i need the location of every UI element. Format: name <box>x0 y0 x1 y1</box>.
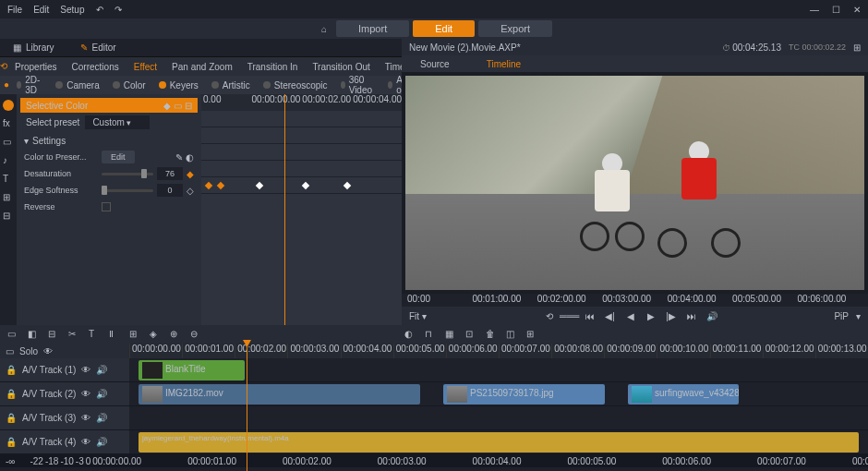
keyframe[interactable] <box>344 182 351 189</box>
speaker-icon[interactable]: 🔊 <box>96 365 107 375</box>
import-button[interactable]: Import <box>336 20 409 37</box>
timeline-playhead[interactable] <box>247 344 247 471</box>
trash-icon[interactable]: 🗑 <box>486 329 497 340</box>
fx-tool-3[interactable]: ▭ <box>3 137 14 148</box>
track-4[interactable]: 🔒A/V Track (4)👁🔊 jaymiegerard_thehardway… <box>0 430 868 454</box>
track-add-icon[interactable]: ▭ <box>6 346 14 356</box>
desat-value[interactable]: 76 <box>157 167 183 180</box>
desat-slider[interactable] <box>102 173 153 175</box>
tool-14[interactable]: ⊡ <box>465 329 476 340</box>
edge-slider[interactable] <box>102 189 153 192</box>
tab-transin[interactable]: Transition In <box>240 57 306 76</box>
lock-icon[interactable]: 🔒 <box>6 437 17 447</box>
speaker-icon[interactable]: 🔊 <box>96 389 107 399</box>
fx-tool-6[interactable]: ⊞ <box>3 192 14 203</box>
pip-button[interactable]: PiP <box>834 311 849 321</box>
step-fwd-icon[interactable]: |▶ <box>665 309 678 322</box>
razor-icon[interactable]: ✂ <box>68 329 79 340</box>
marker-icon[interactable]: ◈ <box>150 329 161 340</box>
clip-title[interactable]: BlankTitle <box>139 360 245 380</box>
keyframe[interactable] <box>256 182 263 189</box>
maximize-icon[interactable]: ☐ <box>832 5 840 15</box>
tool-16[interactable]: ◫ <box>506 329 517 340</box>
lock-icon[interactable]: 🔒 <box>6 389 17 399</box>
tab-panzoom[interactable]: Pan and Zoom <box>164 57 240 76</box>
tool-17[interactable]: ⊞ <box>526 329 537 340</box>
edge-value[interactable]: 0 <box>157 184 183 197</box>
back-icon[interactable]: ⟲ <box>0 57 7 74</box>
menu-file[interactable]: File <box>7 5 22 15</box>
tool-1[interactable]: ▭ <box>7 329 18 340</box>
subtab-color[interactable]: Color <box>107 76 151 94</box>
keyframe-playhead[interactable] <box>284 94 285 325</box>
undo-icon[interactable]: ↶ <box>96 5 103 15</box>
clip-video-1[interactable]: IMG2182.mov <box>139 384 420 405</box>
tab-timeline[interactable]: Timeline <box>468 55 539 72</box>
redo-icon[interactable]: ↷ <box>115 5 122 15</box>
color-edit-button[interactable]: Edit <box>102 151 135 163</box>
mute-all-icon[interactable]: 👁 <box>43 346 53 356</box>
tool-6[interactable]: Ⅱ <box>109 329 120 340</box>
track-2[interactable]: 🔒A/V Track (2)👁🔊 IMG2182.mov PS215097391… <box>0 382 868 406</box>
scrub-bar[interactable]: ═══ <box>563 309 576 322</box>
add-effect-icon[interactable]: ● <box>4 76 9 92</box>
tab-transout[interactable]: Transition Out <box>305 57 377 76</box>
subtab-artistic[interactable]: Artistic <box>206 76 256 94</box>
preview-ruler[interactable]: 00:0000:01:00.0000:02:00.0000:03:00.0000… <box>402 294 868 307</box>
speaker-icon[interactable]: 🔊 <box>96 437 107 447</box>
tool-10[interactable]: ⊖ <box>190 329 201 340</box>
text-tool-icon[interactable]: T <box>89 329 100 340</box>
settings-toggle[interactable]: ▾ Settings <box>20 132 198 149</box>
volume-icon[interactable]: 🔊 <box>705 309 718 322</box>
lock-icon[interactable]: 🔒 <box>6 413 17 423</box>
subtab-2d3d[interactable]: 2D-3D <box>11 76 48 94</box>
tab-library[interactable]: ▦ Library <box>0 39 67 56</box>
home-icon[interactable]: ⌂ <box>316 20 332 37</box>
keyframe[interactable] <box>205 182 212 189</box>
menu-edit[interactable]: Edit <box>33 5 49 15</box>
track-3[interactable]: 🔒A/V Track (3)👁🔊 <box>0 406 868 430</box>
keyframe[interactable] <box>217 182 224 189</box>
step-back-icon[interactable]: ◀| <box>604 309 617 322</box>
tool-7[interactable]: ⊞ <box>129 329 140 340</box>
timeline-ruler[interactable]: 00:00:00.0000:00:01.0000:00:02.0000:00:0… <box>129 344 868 358</box>
minimize-icon[interactable]: — <box>810 5 819 15</box>
fx-tool-7[interactable]: ⊟ <box>3 211 14 222</box>
eye-icon[interactable]: 👁 <box>81 365 90 375</box>
clip-image[interactable]: PS21509739178.jpg <box>443 384 605 405</box>
panel-menu-icon[interactable]: ⊞ <box>853 42 861 53</box>
video-preview[interactable] <box>405 76 864 290</box>
goto-start-icon[interactable]: ⏮ <box>584 309 597 322</box>
track-1[interactable]: 🔒A/V Track (1)👁🔊 BlankTitle <box>0 358 868 382</box>
keyframe[interactable] <box>302 182 309 189</box>
speaker-icon[interactable]: 🔊 <box>96 413 107 423</box>
subtab-stereo[interactable]: Stereoscopic <box>258 76 333 94</box>
tool-11[interactable]: ◐ <box>404 329 416 340</box>
reverse-checkbox[interactable] <box>102 202 111 211</box>
loop-icon[interactable]: ⟲ <box>543 309 556 322</box>
fx-tool-2[interactable]: fx <box>3 118 14 129</box>
clip-video-2[interactable]: surfingwave_v4342874.mov <box>628 384 739 405</box>
play-icon[interactable]: ▶ <box>645 309 657 322</box>
tab-effect[interactable]: Effect <box>127 57 164 76</box>
tool-9[interactable]: ⊕ <box>170 329 181 340</box>
fit-dropdown[interactable]: Fit ▾ <box>409 311 427 321</box>
close-icon[interactable]: ✕ <box>853 5 861 15</box>
menu-setup[interactable]: Setup <box>60 5 84 15</box>
tab-editor[interactable]: ✎ Editor <box>67 39 129 56</box>
eye-icon[interactable]: 👁 <box>81 437 90 447</box>
subtab-camera[interactable]: Camera <box>50 76 105 94</box>
tab-corrections[interactable]: Corrections <box>65 57 127 76</box>
fx-tool-1[interactable] <box>3 100 14 111</box>
subtab-360[interactable]: 360 Video <box>335 76 380 94</box>
fx-tool-4[interactable]: ♪ <box>3 155 14 166</box>
export-button[interactable]: Export <box>478 20 552 37</box>
tool-3[interactable]: ⊟ <box>48 329 59 340</box>
edit-button[interactable]: Edit <box>413 20 475 37</box>
preset-select[interactable]: Custom ▾ <box>85 115 150 129</box>
eye-icon[interactable]: 👁 <box>81 413 90 423</box>
tab-properties[interactable]: Properties <box>7 57 65 76</box>
eyedropper-icon[interactable]: ✎ ◐ <box>175 152 194 163</box>
goto-end-icon[interactable]: ⏭ <box>685 309 698 322</box>
magnet-icon[interactable]: ⊓ <box>425 329 436 340</box>
